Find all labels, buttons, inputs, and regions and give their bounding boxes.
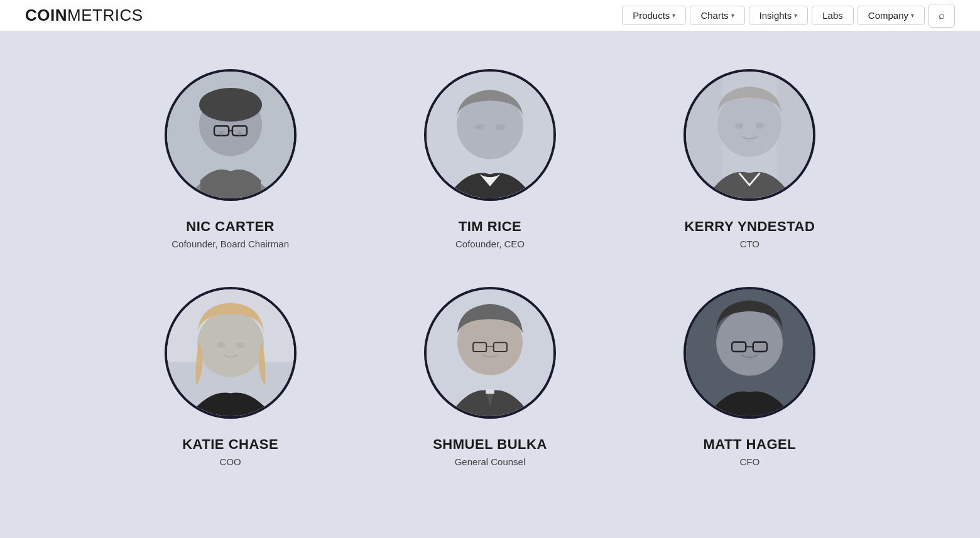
main-content: NIC CARTER Cofounder, Board Chairman TIM… xyxy=(0,31,980,538)
search-icon: ⌕ xyxy=(939,9,945,22)
avatar-shmuel-bulka xyxy=(424,287,556,419)
logo-coin: COIN xyxy=(25,6,67,25)
team-member-shmuel-bulka[interactable]: SHMUEL BULKA General Counsel xyxy=(373,287,607,467)
nav-company[interactable]: Company ▾ xyxy=(858,6,925,25)
member-title: General Counsel xyxy=(455,456,526,467)
chevron-down-icon: ▾ xyxy=(731,12,734,19)
nav-charts[interactable]: Charts ▾ xyxy=(690,6,744,25)
svg-point-9 xyxy=(237,131,241,136)
member-name: SHMUEL BULKA xyxy=(433,436,547,453)
member-title: COO xyxy=(220,456,241,467)
nav-labs[interactable]: Labs xyxy=(812,6,854,25)
svg-point-8 xyxy=(219,131,223,136)
svg-point-34 xyxy=(716,309,783,376)
logo-metrics: METRICS xyxy=(67,6,143,25)
nav-products[interactable]: Products ▾ xyxy=(622,6,686,25)
svg-point-17 xyxy=(717,93,781,157)
member-name: TIM RICE xyxy=(459,218,522,235)
member-title: CTO xyxy=(740,239,760,249)
team-member-katie-chase[interactable]: KATIE CHASE COO xyxy=(113,287,347,467)
svg-rect-27 xyxy=(486,389,494,394)
team-member-nic-carter[interactable]: NIC CARTER Cofounder, Board Chairman xyxy=(113,69,347,249)
svg-point-4 xyxy=(199,88,262,122)
team-member-matt-hagel[interactable]: MATT HAGEL CFO xyxy=(633,287,867,467)
search-button[interactable]: ⌕ xyxy=(928,4,955,28)
site-header: COINMETRICS Products ▾ Charts ▾ Insights… xyxy=(0,0,980,31)
avatar-tim-rice xyxy=(424,69,556,201)
member-title: CFO xyxy=(739,456,760,467)
site-logo[interactable]: COINMETRICS xyxy=(25,6,143,25)
avatar-matt-hagel xyxy=(683,287,815,419)
chevron-down-icon: ▾ xyxy=(794,12,797,19)
svg-point-24 xyxy=(236,342,244,348)
nav-insights[interactable]: Insights ▾ xyxy=(749,6,808,25)
avatar-katie-chase xyxy=(165,287,297,419)
avatar-nic-carter xyxy=(165,69,297,201)
team-grid: NIC CARTER Cofounder, Board Chairman TIM… xyxy=(113,69,867,467)
chevron-down-icon: ▾ xyxy=(911,12,914,19)
team-member-kerry-yndestad[interactable]: KERRY YNDESTAD CTO xyxy=(633,69,867,249)
svg-point-22 xyxy=(197,311,264,377)
chevron-down-icon: ▾ xyxy=(672,12,675,19)
team-member-tim-rice[interactable]: TIM RICE Cofounder, CEO xyxy=(373,69,607,249)
member-title: Cofounder, Board Chairman xyxy=(172,239,289,249)
member-title: Cofounder, CEO xyxy=(455,239,525,249)
svg-point-19 xyxy=(756,123,764,129)
svg-point-18 xyxy=(735,123,743,129)
svg-point-14 xyxy=(496,124,505,131)
member-name: NIC CARTER xyxy=(186,218,275,235)
member-name: KERRY YNDESTAD xyxy=(684,218,815,235)
avatar-kerry-yndestad xyxy=(683,69,815,201)
svg-point-13 xyxy=(475,124,484,131)
main-nav: Products ▾ Charts ▾ Insights ▾ Labs Comp… xyxy=(622,4,955,28)
member-name: MATT HAGEL xyxy=(704,436,797,453)
member-name: KATIE CHASE xyxy=(182,436,278,453)
svg-point-23 xyxy=(217,342,225,348)
